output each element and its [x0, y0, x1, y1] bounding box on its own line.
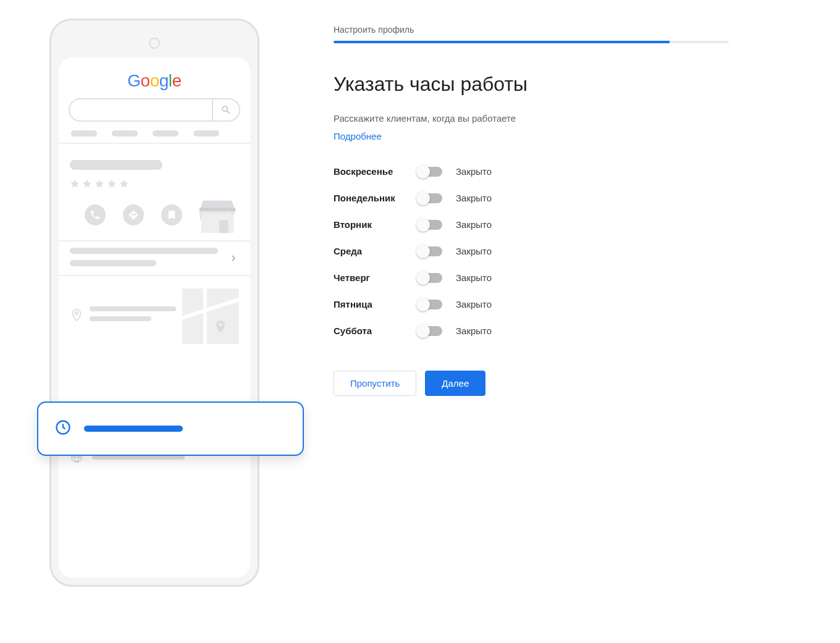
search-box-mock [69, 98, 240, 122]
page-subtitle: Расскажите клиентам, когда вы работаете [334, 113, 729, 124]
day-name: Суббота [334, 326, 418, 336]
hours-highlight-card [37, 401, 304, 456]
day-status: Закрыто [456, 246, 492, 256]
learn-more-link[interactable]: Подробнее [334, 131, 382, 141]
next-button[interactable]: Далее [425, 371, 485, 396]
call-icon [85, 204, 106, 225]
day-row-saturday: Суббота Закрыто [334, 326, 729, 336]
day-row-thursday: Четверг Закрыто [334, 272, 729, 283]
chevron-right-icon [228, 253, 239, 266]
day-status: Закрыто [456, 272, 492, 283]
day-toggle[interactable] [418, 273, 442, 283]
day-toggle[interactable] [418, 193, 442, 203]
day-toggle[interactable] [418, 326, 442, 336]
directions-icon [123, 204, 144, 225]
skip-button[interactable]: Пропустить [334, 371, 416, 396]
day-name: Вторник [334, 219, 418, 230]
day-name: Воскресенье [334, 166, 418, 177]
day-status: Закрыто [456, 166, 492, 177]
day-status: Закрыто [456, 299, 492, 309]
day-row-tuesday: Вторник Закрыто [334, 219, 729, 230]
day-name: Понедельник [334, 193, 418, 203]
progress-fill [334, 41, 670, 43]
tabs-mock [59, 130, 250, 143]
save-icon [161, 204, 182, 225]
clock-icon [54, 419, 72, 439]
google-logo: Google [59, 57, 250, 98]
search-icon [212, 99, 239, 120]
days-list: Воскресенье Закрыто Понедельник Закрыто … [334, 166, 729, 336]
progress-bar [334, 41, 729, 43]
day-name: Среда [334, 246, 418, 256]
page-title: Указать часы работы [334, 73, 729, 96]
result-card-mock [59, 153, 250, 196]
svg-rect-2 [219, 221, 229, 233]
day-name: Четверг [334, 272, 418, 283]
day-status: Закрыто [456, 219, 492, 230]
button-row: Пропустить Далее [334, 371, 729, 396]
address-row-mock [59, 282, 250, 353]
svg-point-3 [75, 312, 78, 315]
phone-illustration: Google [37, 19, 272, 587]
step-label: Настроить профиль [334, 25, 729, 35]
svg-rect-1 [200, 208, 235, 211]
storefront-icon [196, 193, 239, 239]
day-row-wednesday: Среда Закрыто [334, 246, 729, 256]
star-rating-mock [70, 179, 239, 188]
day-row-monday: Понедельник Закрыто [334, 193, 729, 203]
day-row-sunday: Воскресенье Закрыто [334, 166, 729, 177]
map-marker-icon [213, 319, 228, 337]
map-pin-icon [70, 308, 83, 324]
day-status: Закрыто [456, 326, 492, 336]
day-toggle[interactable] [418, 220, 442, 230]
day-name: Пятница [334, 299, 418, 309]
day-toggle[interactable] [418, 246, 442, 256]
day-row-friday: Пятница Закрыто [334, 299, 729, 309]
day-toggle[interactable] [418, 167, 442, 177]
day-status: Закрыто [456, 193, 492, 203]
day-toggle[interactable] [418, 300, 442, 309]
minimap-mock [182, 288, 239, 344]
